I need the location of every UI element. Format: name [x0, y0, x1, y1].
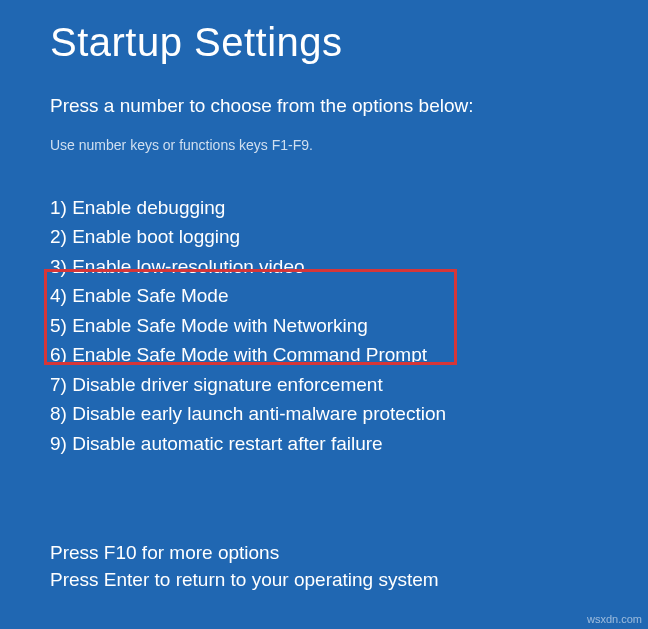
option-5[interactable]: 5) Enable Safe Mode with Networking	[50, 311, 598, 340]
option-2[interactable]: 2) Enable boot logging	[50, 222, 598, 251]
options-list: 1) Enable debugging 2) Enable boot loggi…	[50, 193, 598, 458]
page-title: Startup Settings	[50, 20, 598, 65]
option-1[interactable]: 1) Enable debugging	[50, 193, 598, 222]
option-3[interactable]: 3) Enable low-resolution video	[50, 252, 598, 281]
footer-return: Press Enter to return to your operating …	[50, 566, 439, 594]
watermark: wsxdn.com	[587, 613, 642, 625]
option-9[interactable]: 9) Disable automatic restart after failu…	[50, 429, 598, 458]
footer: Press F10 for more options Press Enter t…	[50, 539, 439, 594]
hint-text: Use number keys or functions keys F1-F9.	[50, 137, 598, 153]
option-8[interactable]: 8) Disable early launch anti-malware pro…	[50, 399, 598, 428]
option-4[interactable]: 4) Enable Safe Mode	[50, 281, 598, 310]
option-7[interactable]: 7) Disable driver signature enforcement	[50, 370, 598, 399]
option-6[interactable]: 6) Enable Safe Mode with Command Prompt	[50, 340, 598, 369]
footer-more-options: Press F10 for more options	[50, 539, 439, 567]
subtitle-text: Press a number to choose from the option…	[50, 95, 598, 117]
